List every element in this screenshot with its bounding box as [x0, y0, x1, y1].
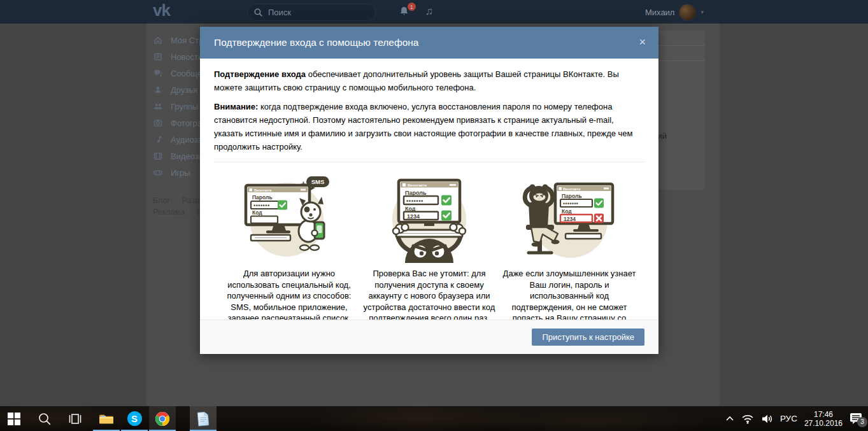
tray-expand-button[interactable] — [725, 415, 734, 422]
top-nav: vk 1 ♫ Михаил ▾ — [0, 0, 868, 24]
wifi-icon — [741, 414, 754, 424]
windows-logo-icon — [8, 413, 20, 425]
chevron-up-icon — [725, 415, 734, 422]
avatar — [679, 4, 696, 21]
notification-count-badge: 3 — [857, 417, 867, 427]
file-explorer-button[interactable] — [93, 406, 120, 431]
dog-with-phone-illustration: Вконтакте Пароль ••••••• Код — [238, 170, 340, 263]
paragraph-1: Подтверждение входа обеспечивает дополни… — [214, 67, 644, 94]
chevron-down-icon: ▾ — [701, 9, 704, 15]
svg-text:•••••••: ••••••• — [406, 197, 423, 204]
taskbar-search-button[interactable] — [31, 406, 59, 431]
music-button[interactable]: ♫ — [422, 5, 437, 19]
user-menu[interactable]: Михаил ▾ — [645, 3, 704, 21]
feature-intruder-blocked: Вконтакте Пароль ••••••• Код 1234 — [499, 170, 639, 335]
svg-text:•••••••: ••••••• — [253, 202, 270, 209]
skype-button[interactable]: S — [121, 406, 148, 431]
modal-title: Подтверждение входа с помощью телефона — [214, 27, 418, 59]
feature-sms-code: Вконтакте Пароль ••••••• Код — [219, 170, 359, 335]
background-text-fragment: ий — [657, 131, 667, 141]
news-icon — [153, 52, 163, 62]
network-button[interactable] — [741, 414, 754, 424]
svg-text:+: + — [301, 178, 306, 189]
close-icon[interactable]: × — [636, 27, 648, 57]
volume-button[interactable] — [761, 414, 773, 424]
svg-text:Вконтакте: Вконтакте — [563, 187, 581, 191]
feature-one-time-code: Вконтакте Пароль ••••••• Код 1234 — [359, 170, 499, 335]
svg-text:Пароль: Пароль — [562, 193, 582, 199]
svg-text:Код: Код — [405, 206, 416, 212]
language-indicator[interactable]: РУС — [780, 414, 797, 423]
chrome-icon — [155, 411, 170, 427]
video-icon — [153, 151, 163, 161]
footer-link-blog[interactable]: Блог — [153, 196, 170, 205]
search-icon — [38, 412, 52, 426]
modal-body: Подтверждение входа обеспечивает дополни… — [200, 59, 658, 335]
search-icon — [254, 8, 262, 17]
screen: vk 1 ♫ Михаил ▾ — [0, 0, 868, 431]
svg-text:Вконтакте: Вконтакте — [408, 183, 427, 187]
footer-link-ads[interactable]: Реклама — [153, 208, 185, 216]
notepad-icon — [196, 411, 210, 427]
burglar-illustration: Вконтакте Пароль ••••••• Код 1234 — [518, 170, 620, 263]
chrome-button[interactable] — [149, 406, 176, 431]
notepad-button[interactable] — [190, 406, 217, 431]
svg-text:Пароль: Пароль — [252, 194, 273, 201]
games-icon — [153, 167, 163, 178]
svg-text:Вконтакте: Вконтакте — [254, 188, 272, 192]
search-input[interactable] — [267, 5, 371, 20]
audio-icon — [153, 134, 163, 145]
skype-icon: S — [127, 411, 142, 426]
task-view-button[interactable] — [61, 406, 89, 431]
feature-caption: Для авторизации нужно использовать специ… — [219, 268, 359, 324]
clock[interactable]: 17:46 27.10.2016 — [804, 410, 843, 428]
search-box[interactable] — [247, 4, 376, 21]
paragraph-2: Внимание: когда подтверждение входа вклю… — [214, 100, 644, 153]
modal-footer: Приступить к настройке — [200, 320, 658, 354]
svg-text:SMS: SMS — [311, 178, 325, 185]
volume-icon — [761, 414, 773, 424]
system-tray: РУС 17:46 27.10.2016 3 — [725, 406, 868, 431]
messages-icon — [153, 68, 163, 78]
task-view-icon — [68, 413, 82, 425]
time: 17:46 — [804, 410, 843, 419]
svg-text:1234: 1234 — [407, 213, 420, 220]
notification-badge: 1 — [408, 3, 416, 11]
features-row: Вконтакте Пароль ••••••• Код — [214, 162, 644, 335]
user-typing-illustration: Вконтакте Пароль ••••••• Код 1234 — [378, 170, 480, 263]
login-confirmation-modal: Подтверждение входа с помощью телефона ×… — [200, 27, 658, 354]
proceed-to-setup-button[interactable]: Приступить к настройке — [532, 329, 644, 346]
music-icon: ♫ — [425, 5, 434, 17]
date: 27.10.2016 — [804, 419, 843, 428]
friends-icon — [153, 85, 163, 95]
modal-header: Подтверждение входа с помощью телефона × — [200, 27, 658, 59]
svg-text:Код: Код — [562, 208, 572, 215]
svg-text:Пароль: Пароль — [405, 190, 427, 196]
start-button[interactable] — [0, 406, 28, 431]
svg-text:•••••••: ••••••• — [563, 201, 578, 207]
home-icon — [153, 35, 163, 45]
svg-text:Код: Код — [252, 209, 262, 216]
svg-text:1234: 1234 — [564, 216, 576, 222]
feature-caption: Проверка Вас не утомит: для получения до… — [359, 268, 499, 324]
file-explorer-icon — [99, 413, 114, 425]
user-name: Михаил — [645, 8, 675, 17]
photos-icon — [153, 118, 163, 128]
action-center-button[interactable]: 3 — [850, 413, 863, 425]
groups-icon — [153, 101, 163, 111]
windows-taskbar: S — [0, 406, 868, 431]
vk-logo[interactable]: vk — [153, 1, 170, 20]
notifications-button[interactable]: 1 — [396, 5, 411, 19]
